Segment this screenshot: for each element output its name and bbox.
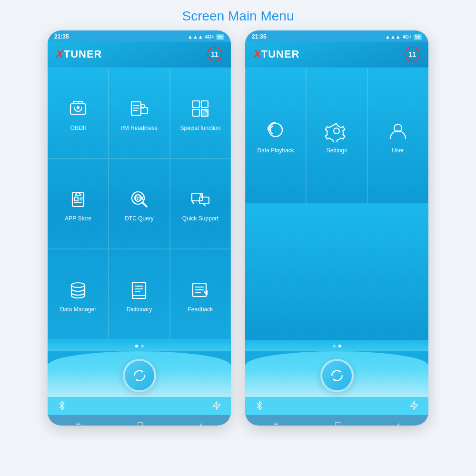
nav-menu-1[interactable]: ≡ xyxy=(76,420,81,426)
menu-item-user[interactable]: User xyxy=(367,68,428,204)
status-right-2: ▲▲▲ 4G+ 55 xyxy=(385,34,422,40)
svg-rect-12 xyxy=(201,101,208,108)
menu-item-app-store[interactable]: APP Store xyxy=(48,159,109,249)
bluetooth-icon-1[interactable] xyxy=(57,401,67,412)
battery-badge-1: 55 xyxy=(216,34,224,40)
header-badge-1[interactable]: 11 xyxy=(207,47,222,62)
quick-support-label: Quick Support xyxy=(182,215,218,223)
xtuner-logo-1: X TUNER xyxy=(56,48,102,60)
user-label: User xyxy=(392,147,404,155)
menu-item-settings[interactable]: Settings xyxy=(306,68,367,204)
status-bar-2: 21:35 ▲▲▲ 4G+ 55 xyxy=(245,30,428,42)
app-header-2: X TUNER 11 xyxy=(245,42,428,68)
dots-bar-2 xyxy=(245,340,428,351)
nav-menu-2[interactable]: ≡ xyxy=(274,420,279,426)
menu-item-feedback[interactable]: Feedback xyxy=(170,249,231,340)
signal-icon-2: ▲▲▲ xyxy=(385,34,401,40)
data-manager-label: Data Manager xyxy=(60,306,96,314)
dot-inactive-1 xyxy=(141,345,144,347)
app-store-icon xyxy=(66,187,90,211)
svg-marker-14 xyxy=(201,109,208,116)
dot-active-2 xyxy=(338,345,341,347)
svg-rect-13 xyxy=(193,109,199,116)
sync-button-2[interactable] xyxy=(320,359,354,392)
dot-inactive-2 xyxy=(333,345,336,347)
app-body-2: Data Playback Settings xyxy=(245,68,428,415)
phones-container: 21:35 ▲▲▲ 4G+ 55 X TUNER 11 xyxy=(0,30,476,426)
dtc-query-label: DTC Query xyxy=(125,215,154,223)
status-bar-1: 21:35 ▲▲▲ 4G+ 55 xyxy=(48,30,231,42)
obdii-icon xyxy=(66,96,90,121)
app-header-1: X TUNER 11 xyxy=(48,42,231,68)
status-time-1: 21:35 xyxy=(54,33,69,40)
nav-bar-2: ≡ □ ‹ xyxy=(245,415,428,426)
4g-badge-2: 4G+ xyxy=(403,34,412,40)
svg-line-23 xyxy=(142,202,147,207)
battery-badge-2: 55 xyxy=(414,34,422,40)
svg-marker-44 xyxy=(411,402,418,410)
spacer-2 xyxy=(245,204,428,340)
menu-item-obdii[interactable]: OBDII xyxy=(48,68,109,159)
feedback-icon xyxy=(188,278,213,302)
menu-grid-1: OBDII I/M xyxy=(48,68,231,340)
sync-button-1[interactable] xyxy=(123,359,156,392)
flashlight-icon-2[interactable] xyxy=(409,401,419,412)
bottom-toolbar-1 xyxy=(48,397,231,415)
bottom-toolbar-2 xyxy=(245,397,428,415)
special-function-label: Special function xyxy=(180,125,220,132)
svg-rect-17 xyxy=(74,197,78,201)
logo-tuner-1: TUNER xyxy=(64,48,102,60)
menu-item-dtc-query[interactable]: DTC DTC Query xyxy=(109,159,169,249)
status-right-1: ▲▲▲ 4G+ 55 xyxy=(188,34,224,40)
im-readiness-icon xyxy=(127,96,151,121)
im-readiness-label: I/M Readiness xyxy=(121,125,158,132)
page-title: Screen Main Menu xyxy=(0,0,476,30)
svg-point-1 xyxy=(77,106,79,109)
bluetooth-icon-2[interactable] xyxy=(255,401,264,412)
svg-point-42 xyxy=(334,128,339,134)
bottom-section-2 xyxy=(245,351,428,397)
nav-back-2[interactable]: ‹ xyxy=(397,420,400,426)
header-badge-2[interactable]: 11 xyxy=(405,47,420,62)
data-manager-icon xyxy=(66,278,90,302)
nav-home-1[interactable]: □ xyxy=(138,420,143,426)
settings-label: Settings xyxy=(327,147,347,155)
bottom-section-1 xyxy=(48,351,231,397)
menu-item-data-playback[interactable]: Data Playback xyxy=(245,68,306,204)
status-time-2: 21:35 xyxy=(252,33,267,40)
menu-item-im-readiness[interactable]: I/M Readiness xyxy=(109,68,169,159)
dictionary-icon xyxy=(127,278,151,302)
quick-support-icon xyxy=(188,187,213,211)
dictionary-label: Dictionary xyxy=(127,306,152,314)
svg-marker-40 xyxy=(213,402,220,410)
logo-tuner-2: TUNER xyxy=(261,48,300,60)
special-function-icon xyxy=(188,96,213,121)
logo-x-1: X xyxy=(56,48,64,60)
svg-point-24 xyxy=(135,195,141,201)
4g-badge-1: 4G+ xyxy=(205,34,214,40)
app-store-label: APP Store xyxy=(65,215,91,223)
nav-bar-1: ≡ □ ‹ xyxy=(48,415,231,426)
dot-active-1 xyxy=(135,345,138,347)
flashlight-icon-1[interactable] xyxy=(212,401,221,412)
nav-home-2[interactable]: □ xyxy=(335,420,340,426)
settings-icon xyxy=(324,119,349,143)
logo-x-2: X xyxy=(254,48,261,60)
dtc-query-icon: DTC xyxy=(127,187,151,211)
data-playback-icon xyxy=(263,119,288,143)
xtuner-logo-2: X TUNER xyxy=(254,48,299,60)
menu-item-special-function[interactable]: Special function xyxy=(170,68,231,159)
signal-icon-1: ▲▲▲ xyxy=(188,34,203,40)
menu-item-quick-support[interactable]: Quick Support xyxy=(170,159,231,249)
svg-rect-8 xyxy=(141,108,148,113)
menu-grid-2: Data Playback Settings xyxy=(245,68,428,204)
svg-rect-11 xyxy=(193,101,199,108)
user-icon xyxy=(386,119,410,143)
menu-item-data-manager[interactable]: Data Manager xyxy=(48,249,109,340)
menu-item-dictionary[interactable]: Dictionary xyxy=(109,249,169,340)
feedback-label: Feedback xyxy=(188,306,213,314)
svg-point-30 xyxy=(71,283,85,288)
app-body-1: OBDII I/M xyxy=(48,68,231,415)
nav-back-1[interactable]: ‹ xyxy=(199,420,202,426)
phone-1: 21:35 ▲▲▲ 4G+ 55 X TUNER 11 xyxy=(48,30,231,426)
